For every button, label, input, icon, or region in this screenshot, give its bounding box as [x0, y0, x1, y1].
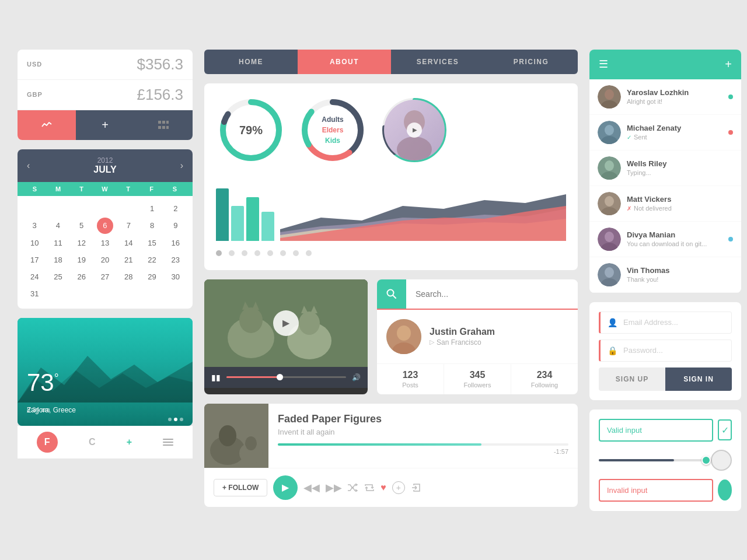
cal-next-btn[interactable]: ›: [180, 160, 183, 171]
cal-day-8[interactable]: 8: [141, 218, 163, 234]
cal-day-16[interactable]: 16: [165, 235, 187, 251]
slider-dot-8[interactable]: [306, 250, 312, 256]
cal-day-1[interactable]: 1: [141, 201, 163, 216]
cal-day-27[interactable]: 27: [94, 269, 116, 285]
follow-button[interactable]: + FOLLOW: [214, 479, 267, 496]
slider-track[interactable]: [599, 459, 706, 461]
cal-day-22[interactable]: 22: [141, 252, 163, 268]
cal-day-30[interactable]: 30: [165, 269, 187, 285]
day-m: M: [47, 186, 70, 192]
search-input[interactable]: [406, 282, 578, 306]
music-progress-bar[interactable]: [278, 443, 568, 446]
cal-day-26[interactable]: 26: [71, 269, 93, 285]
cal-day-3[interactable]: 3: [23, 218, 46, 234]
cal-day-11[interactable]: 11: [47, 235, 69, 251]
slider-dot-2[interactable]: [229, 250, 235, 256]
cal-day-14[interactable]: 14: [117, 235, 139, 251]
area-chart-svg: [280, 177, 566, 241]
search-bar: [377, 279, 578, 310]
repeat-button[interactable]: [364, 484, 375, 492]
music-info: Faded Paper Figures Invent it all again …: [268, 404, 578, 468]
email-input[interactable]: Email Address...: [623, 318, 724, 327]
invalid-input[interactable]: [599, 479, 713, 502]
play-icon[interactable]: ▶: [407, 123, 422, 138]
cal-day-5[interactable]: 5: [71, 218, 93, 234]
chat-item-vin[interactable]: Vin Thomas Thank you!: [589, 257, 741, 293]
shuffle-button[interactable]: [348, 484, 358, 492]
cal-day-23[interactable]: 23: [165, 252, 187, 268]
cal-day-7[interactable]: 7: [117, 218, 139, 234]
slider-dot-1[interactable]: [216, 250, 222, 256]
svg-point-62: [605, 267, 614, 278]
currency-add-btn[interactable]: +: [76, 110, 134, 140]
nav-services[interactable]: SERVICES: [391, 50, 484, 74]
weather-add-btn[interactable]: +: [127, 437, 132, 447]
cal-day-28[interactable]: 28: [117, 269, 139, 285]
slider-dot-7[interactable]: [293, 250, 299, 256]
cal-day-20[interactable]: 20: [94, 252, 116, 268]
currency-grid-btn[interactable]: [134, 110, 193, 140]
prev-button[interactable]: ◀◀: [303, 481, 320, 494]
avatar-image-yaroslav: [598, 85, 621, 108]
password-field-container: 🔒 Password...: [599, 340, 732, 362]
slider-dot-3[interactable]: [242, 250, 247, 256]
video-progress-bar[interactable]: [226, 376, 346, 378]
cal-day-10[interactable]: 10: [23, 235, 46, 251]
cal-day-25[interactable]: 25: [47, 269, 69, 285]
cal-day-18[interactable]: 18: [47, 252, 69, 268]
add-button[interactable]: +: [392, 481, 405, 494]
chat-item-wells[interactable]: Wells Riley Typing...: [589, 150, 741, 186]
weather-f-btn[interactable]: F: [37, 432, 58, 453]
cal-day-21[interactable]: 21: [117, 252, 139, 268]
nav-about[interactable]: ABOUT: [298, 50, 391, 74]
cal-day-13[interactable]: 13: [94, 235, 116, 251]
currency-chart-btn[interactable]: [18, 110, 76, 140]
nav-pricing[interactable]: PRICING: [484, 50, 578, 74]
weather-list-btn[interactable]: [163, 439, 173, 446]
pause-button[interactable]: ▮▮: [211, 373, 221, 382]
cal-prev-btn[interactable]: ‹: [27, 160, 30, 171]
chat-item-michael[interactable]: Michael Zenaty ✓ Sent: [589, 115, 741, 150]
chat-item-matt[interactable]: Matt Vickers ✗ Not delivered: [589, 186, 741, 222]
heart-button[interactable]: ♥: [381, 482, 386, 493]
check-button[interactable]: ✓: [718, 419, 732, 440]
profile-location: ▷ San Francisco: [430, 338, 495, 346]
cal-day-2[interactable]: 2: [165, 201, 187, 216]
menu-icon[interactable]: ☰: [599, 58, 608, 71]
legend-adults: Adults: [322, 114, 343, 125]
x-icon: ✗: [627, 205, 631, 212]
slider-dot-4[interactable]: [254, 250, 260, 256]
next-button[interactable]: ▶▶: [326, 481, 342, 494]
legend-labels: Adults Elders Kids: [322, 114, 343, 146]
messenger-add-btn[interactable]: +: [725, 58, 732, 71]
slider-dot-5[interactable]: [267, 250, 273, 256]
nav-home[interactable]: HOME: [204, 50, 298, 74]
password-input[interactable]: Password...: [623, 346, 724, 355]
search-button[interactable]: [377, 279, 406, 309]
volume-icon[interactable]: 🔊: [352, 373, 361, 382]
cal-day-17[interactable]: 17: [23, 252, 46, 268]
valid-input[interactable]: [599, 419, 713, 442]
cal-day-31[interactable]: 31: [23, 286, 46, 302]
chat-item-divya[interactable]: Divya Manian You can download it on git.…: [589, 222, 741, 257]
slider-thumb[interactable]: [701, 456, 711, 465]
signin-button[interactable]: SIGN IN: [665, 368, 732, 391]
slider-dot-btn[interactable]: [711, 450, 732, 471]
cal-day-9[interactable]: 9: [165, 218, 187, 234]
weather-c-btn[interactable]: C: [89, 437, 96, 447]
cal-day-29[interactable]: 29: [141, 269, 163, 285]
cal-day-19[interactable]: 19: [71, 252, 93, 268]
video-play-button[interactable]: ▶: [273, 310, 299, 336]
cal-day-15[interactable]: 15: [141, 235, 163, 251]
green-circle-button[interactable]: [718, 480, 732, 501]
cal-day-4[interactable]: 4: [47, 218, 69, 234]
slider-dot-6[interactable]: [280, 250, 286, 256]
share-button[interactable]: [411, 484, 420, 492]
cal-cell-empty: [71, 201, 93, 216]
chat-item-yaroslav[interactable]: Yaroslav Lozhkin Alright got it!: [589, 79, 741, 115]
music-play-button[interactable]: ▶: [273, 475, 298, 500]
cal-day-24[interactable]: 24: [23, 269, 46, 285]
cal-day-12[interactable]: 12: [71, 235, 93, 251]
signup-button[interactable]: SIGN UP: [599, 368, 665, 391]
cal-day-6[interactable]: 6: [97, 218, 113, 234]
